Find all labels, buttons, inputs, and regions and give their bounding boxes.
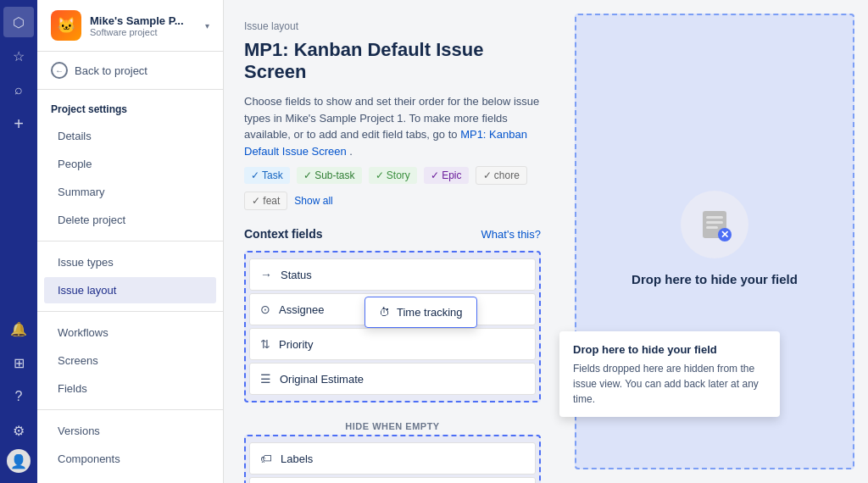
star-icon[interactable]: ☆ [3, 41, 34, 71]
sidebar: 🐱 Mike's Sample P... Software project ▾ … [37, 0, 224, 483]
field-reporter[interactable]: ⊙ Reporter [249, 477, 536, 483]
drop-icon: ✕ [681, 191, 748, 258]
chevron-down-icon: ▾ [205, 21, 209, 31]
sidebar-item-screens[interactable]: Screens [44, 347, 216, 374]
back-to-project[interactable]: ← Back to project [37, 52, 223, 90]
sidebar-item-issue-layout[interactable]: Issue layout [44, 277, 216, 303]
field-status-label: Status [281, 269, 312, 281]
sidebar-item-summary[interactable]: Summary [44, 179, 216, 205]
hide-when-empty-container: 🏷 Labels ⊙ Reporter ☰ Epic Name [244, 435, 541, 483]
sidebar-item-details[interactable]: Details [44, 123, 216, 149]
context-section-header: Context fields What's this? [244, 227, 541, 241]
grid-icon[interactable]: ⊞ [3, 347, 34, 378]
project-settings-title: Project settings [37, 90, 223, 122]
assignee-icon: ⊙ [260, 303, 270, 316]
field-original-estimate[interactable]: ☰ Original Estimate [249, 363, 536, 395]
filter-story[interactable]: ✓ Story [369, 167, 417, 184]
sidebar-item-people[interactable]: People [44, 151, 216, 177]
filter-task[interactable]: ✓ Task [244, 167, 290, 184]
sidebar-item-fields[interactable]: Fields [44, 375, 216, 402]
field-priority-label: Priority [279, 338, 313, 351]
estimate-icon: ☰ [260, 372, 271, 386]
field-labels[interactable]: 🏷 Labels [249, 442, 536, 475]
divider-2 [37, 311, 223, 312]
sidebar-item-workflows[interactable]: Workflows [44, 319, 216, 346]
help-icon[interactable]: ? [3, 381, 34, 412]
drop-zone[interactable]: ✕ Drop here to hide your field Drop here… [575, 14, 854, 469]
breadcrumb: Issue layout [244, 20, 541, 32]
field-priority[interactable]: ⇅ Priority [249, 328, 536, 360]
filter-subtask[interactable]: ✓ Sub-task [297, 167, 362, 184]
drop-title: Drop here to hide your field [632, 272, 798, 286]
svg-rect-3 [706, 226, 718, 229]
show-all-link[interactable]: Show all [294, 195, 332, 207]
field-status[interactable]: → Status [249, 258, 536, 291]
whats-this-link[interactable]: What's this? [481, 228, 541, 241]
field-labels-label: Labels [281, 452, 313, 465]
center-panel: Issue layout MP1: Kanban Default Issue S… [224, 0, 561, 483]
page-title: MP1: Kanban Default Issue Screen [244, 39, 541, 83]
sidebar-item-delete[interactable]: Delete project [44, 207, 216, 233]
content-area: Issue layout MP1: Kanban Default Issue S… [224, 0, 868, 483]
back-label: Back to project [75, 64, 147, 77]
priority-icon: ⇅ [260, 337, 270, 351]
drop-zone-content: ✕ Drop here to hide your field [615, 174, 815, 310]
bell-icon[interactable]: 🔔 [3, 314, 34, 344]
issue-type-filters: ✓ Task ✓ Sub-task ✓ Story ✓ Epic ✓ chore… [244, 166, 541, 210]
plus-icon[interactable]: + [3, 108, 34, 139]
tooltip-description: Fields dropped here are hidden from the … [573, 363, 759, 405]
back-icon: ← [51, 62, 68, 79]
project-header[interactable]: 🐱 Mike's Sample P... Software project ▾ [37, 0, 223, 52]
filter-epic[interactable]: ✓ Epic [424, 167, 469, 184]
dragging-time-tracking: ⏱ Time tracking [364, 297, 477, 328]
field-estimate-label: Original Estimate [280, 373, 364, 386]
filter-feat[interactable]: ✓ feat [244, 192, 287, 210]
filter-chore[interactable]: ✓ chore [476, 166, 527, 185]
left-icon-sidebar: ⬡ ☆ ⌕ + 🔔 ⊞ ? ⚙ 👤 [0, 0, 37, 483]
project-avatar: 🐱 [51, 10, 81, 41]
status-icon: → [260, 268, 272, 281]
sidebar-item-issue-types[interactable]: Issue types [44, 249, 216, 275]
project-name: Mike's Sample P... [90, 14, 197, 27]
field-assignee-label: Assignee [279, 303, 324, 316]
search-icon[interactable]: ⌕ [3, 75, 34, 105]
divider-1 [37, 241, 223, 242]
page-description: Choose fields to show and set their orde… [244, 93, 541, 159]
settings-icon[interactable]: ⚙ [3, 415, 34, 446]
svg-rect-1 [706, 216, 723, 219]
main-content: Issue layout MP1: Kanban Default Issue S… [224, 0, 868, 483]
project-type: Software project [90, 27, 197, 37]
svg-text:✕: ✕ [721, 229, 729, 241]
time-tracking-icon: ⏱ [379, 306, 390, 319]
hide-when-empty-label: HIDE WHEN EMPTY [244, 416, 541, 435]
tooltip-box: Drop here to hide your field Fields drop… [559, 331, 780, 418]
sidebar-item-components[interactable]: Components [44, 446, 216, 472]
time-tracking-label: Time tracking [397, 306, 463, 319]
labels-icon: 🏷 [260, 452, 272, 465]
context-section-title: Context fields [244, 227, 323, 241]
divider-3 [37, 409, 223, 410]
apps-icon[interactable]: ⬡ [3, 7, 34, 37]
avatar-icon[interactable]: 👤 [7, 449, 31, 473]
tooltip-title: Drop here to hide your field [573, 341, 766, 358]
svg-rect-2 [706, 221, 723, 224]
sidebar-item-versions[interactable]: Versions [44, 418, 216, 444]
